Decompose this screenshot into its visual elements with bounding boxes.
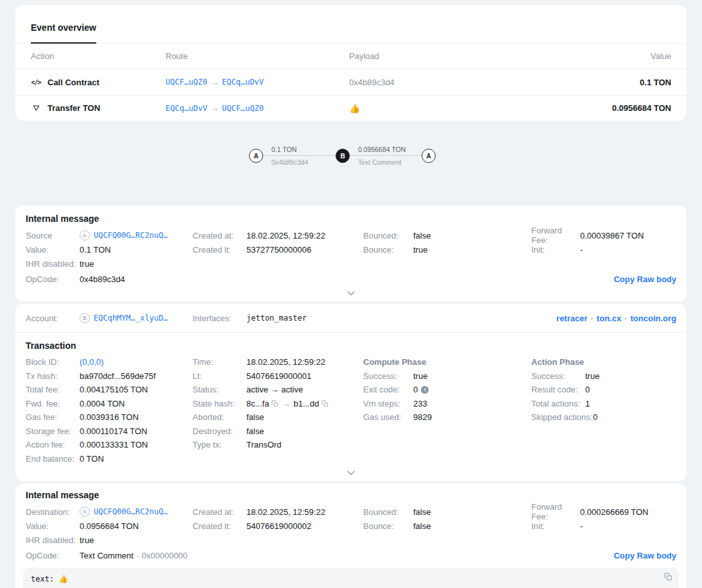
trace-graph: A 0.1 TON 0x4b89c3d4 B 0.0956684 TON Tex… (249, 142, 436, 170)
raw-body-block: text: 👍 (23, 567, 679, 588)
route-cell: UQCF…uQZ0 → EQCq…uDvV (166, 78, 349, 87)
route-from-address-link[interactable]: UQCF…uQZ0 (166, 78, 207, 87)
external-links: retracer · ton.cx · toncoin.org (556, 314, 676, 323)
route-to-address-link[interactable]: EQCq…uDvV (222, 78, 264, 87)
field-bounce: Bounce: true (363, 242, 531, 256)
route-from-address-link[interactable]: EQCq…uDvV (166, 104, 207, 113)
field-vm-steps: Vm steps: 233 (363, 397, 531, 411)
interfaces-value: jetton_master (246, 314, 307, 323)
graph-edge-1: 0.1 TON 0x4b89c3d4 (263, 142, 336, 170)
arrow-right-icon: → (207, 78, 222, 87)
message-fields-col3: Bounced: false Bounce: true (363, 228, 531, 286)
field-compute-success: Success: true (363, 369, 531, 383)
field-opcode: OpCode: Text Comment · 0x00000000 (26, 548, 193, 562)
field-storage-fee: Storage fee: 0.000110174 TON (26, 424, 193, 439)
field-bounced: Bounced: false (363, 228, 531, 242)
col-header-value: Value (562, 51, 671, 61)
field-created-at: Created at: 18.02.2025, 12:59:22 (193, 228, 363, 242)
action-label: Transfer TON (47, 103, 100, 113)
field-created-lt: Created lt: 54076619000002 (193, 519, 363, 533)
value-cell: 0.0956684 TON (562, 103, 671, 113)
field-end-balance: End balance: 0 TON (26, 452, 193, 466)
info-icon[interactable]: i (421, 386, 429, 394)
block-id-link[interactable]: (0,0,0) (80, 357, 104, 367)
chevron-down-icon (347, 291, 355, 296)
tab-bar: Event overview (15, 5, 687, 44)
field-init: Init: - (531, 519, 676, 533)
copy-raw-body-button[interactable]: Copy Raw body (613, 274, 676, 284)
route-cell: EQCq…uDvV → UQCF…uQZ0 (166, 103, 349, 113)
field-status: Status: active → active (193, 383, 363, 397)
field-time: Time: 18.02.2025, 12:59:22 (193, 355, 363, 369)
internal-message-out-card: Internal message Destination: A UQCFQ00G… (15, 483, 687, 588)
action-label: Call Contract (47, 78, 99, 87)
arrow-right-icon: → (207, 103, 222, 113)
copy-icon[interactable] (321, 400, 329, 407)
message-fields-col4: Forward Fee: 0.000266669 TON Init: - Cop… (531, 505, 676, 562)
field-ihr-disabled: IHR disabled: true (26, 533, 193, 547)
edge-amount-label: 0.1 TON (271, 146, 296, 153)
event-table-header: Action Route Payload Value (15, 44, 687, 69)
message-fields-col2: Created at: 18.02.2025, 12:59:22 Created… (193, 228, 363, 286)
source-address-link[interactable]: UQCFQ00G…RC2nuQ… (94, 231, 168, 240)
field-forward-fee: Forward Fee: 0.000266669 TON (531, 505, 676, 519)
account-label: Account: (26, 314, 80, 323)
copy-icon[interactable] (664, 573, 672, 583)
field-bounce: Bounce: false (363, 519, 531, 533)
field-tx-hash: Tx hash: ba970dcf...569de75f (26, 369, 193, 383)
field-init: Init: - (531, 242, 676, 256)
field-source: Source A UQCFQ00G…RC2nuQ… (26, 228, 193, 242)
collapse-toggle[interactable] (26, 286, 676, 300)
address-badge: B (80, 313, 90, 323)
toncx-link[interactable]: ton.cx (597, 314, 621, 323)
table-row: </> Call Contract UQCF…uQZ0 → EQCq…uDvV … (15, 69, 687, 95)
value-cell: 0.1 TON (562, 78, 671, 87)
compute-phase-title: Compute Phase (363, 355, 531, 369)
field-forward-fee: Forward Fee: 0.00039867 TON (531, 228, 676, 242)
copy-raw-body-button[interactable]: Copy Raw body (613, 551, 676, 560)
edge-opcode-label: 0x4b89c3d4 (271, 158, 308, 166)
graph-node-a2[interactable]: A (422, 149, 436, 163)
field-aborted: Aborted: false (193, 410, 363, 424)
copy-icon[interactable] (271, 400, 278, 407)
interfaces-label: Interfaces: (193, 314, 246, 323)
field-value: Value: 0.1 TON (26, 242, 193, 256)
toncoinorg-link[interactable]: toncoin.org (631, 314, 677, 323)
field-exit-code: Exit code: 0 i (363, 383, 531, 397)
retracer-link[interactable]: retracer (556, 314, 587, 323)
payload-cell: 0x4b89c3d4 (349, 78, 562, 87)
destination-address-link[interactable]: UQCFQ00G…RC2nuQ… (94, 507, 168, 516)
field-state-hash: State hash: 8c...fa → b1...dd (193, 397, 363, 411)
account-address-link[interactable]: EQCqhMYM…_xlyuD… (94, 314, 168, 323)
field-bounced: Bounced: false (363, 505, 531, 519)
field-gas-used: Gas used: 9829 (363, 410, 531, 424)
address-badge: A (80, 230, 90, 240)
action-cell: Transfer TON (31, 103, 166, 113)
arrow-right-icon: → (278, 399, 293, 408)
collapse-toggle[interactable] (26, 466, 676, 480)
field-lt: Lt: 54076619000001 (193, 369, 363, 383)
field-ihr-disabled: IHR disabled: true (26, 256, 193, 271)
payload-cell: 👍 (349, 103, 562, 113)
field-result-code: Result code: 0 (531, 383, 676, 397)
message-fields-col1: Source A UQCFQ00G…RC2nuQ… Value: 0.1 TON… (26, 228, 193, 286)
account-row: Account: B EQCqhMYM…_xlyuD… Interfaces: … (26, 309, 676, 327)
field-opcode: OpCode: 0x4b89c3d4 (26, 272, 193, 286)
divider (15, 332, 687, 333)
field-created-at: Created at: 18.02.2025, 12:59:22 (193, 505, 363, 519)
field-fwd-fee: Fwd. fee: 0.0004 TON (26, 397, 193, 411)
raw-body-key: text: (31, 575, 54, 584)
graph-node-b[interactable]: B (336, 149, 350, 163)
chevron-down-icon (347, 471, 355, 475)
tab-event-overview[interactable]: Event overview (31, 22, 96, 44)
tx-col1: Block ID: (0,0,0) Tx hash: ba970dcf...56… (26, 355, 193, 466)
field-destination: Destination: A UQCFQ00G…RC2nuQ… (26, 505, 193, 519)
graph-node-a1[interactable]: A (249, 149, 263, 163)
card-title: Internal message (26, 490, 676, 500)
route-to-address-link[interactable]: UQCF…uQZ0 (222, 104, 264, 113)
field-value: Value: 0.0956684 TON (26, 519, 193, 533)
tx-action-phase: Action Phase Success: true Result code: … (531, 355, 676, 466)
edge-comment-label: Text Comment (358, 158, 402, 166)
field-action-fee: Action fee: 0.000133331 TON (26, 438, 193, 452)
message-fields-col1: Destination: A UQCFQ00G…RC2nuQ… Value: 0… (26, 505, 193, 562)
